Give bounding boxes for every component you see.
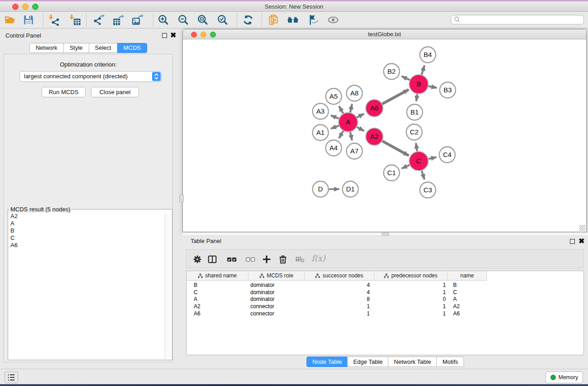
table-cell[interactable]: C — [186, 289, 249, 295]
table-row[interactable]: A6connector11A6 — [186, 310, 583, 317]
table-cell[interactable]: A2 — [448, 303, 487, 310]
node-C2[interactable]: C2 — [406, 124, 422, 140]
table-cell[interactable]: 1 — [305, 310, 374, 317]
node-A8[interactable]: A8 — [347, 86, 363, 101]
zoom-selected-icon[interactable] — [215, 13, 230, 27]
mcds-result-item[interactable]: A2 — [8, 213, 172, 220]
window-resize-grip[interactable] — [579, 225, 585, 231]
tab-edge-table[interactable]: Edge Table — [347, 357, 388, 367]
table-cell[interactable]: 4 — [305, 282, 374, 288]
table-row[interactable]: Cdominator41C — [186, 289, 583, 296]
close-traffic-light[interactable] — [191, 32, 197, 38]
table-cell[interactable]: B — [186, 282, 249, 288]
open-session-icon[interactable] — [3, 13, 17, 27]
table-cell[interactable]: 1 — [374, 289, 448, 295]
select-all-icon[interactable] — [226, 253, 238, 265]
close-panel-icon[interactable]: ✖ — [578, 238, 584, 244]
edge-A-A6[interactable] — [357, 114, 364, 117]
table-cell[interactable]: A6 — [448, 310, 487, 317]
home-icon[interactable] — [286, 13, 300, 27]
table-cell[interactable]: 1 — [374, 303, 448, 310]
task-history-button[interactable] — [5, 372, 18, 383]
close-traffic-light[interactable] — [12, 4, 19, 10]
edge-C-C3[interactable] — [422, 171, 425, 180]
table-cell[interactable]: 1 — [305, 303, 374, 310]
hide-graphics-details-icon[interactable] — [306, 13, 320, 27]
edge-A-A2[interactable] — [357, 127, 364, 131]
import-network-icon[interactable] — [47, 13, 62, 27]
table-row[interactable]: Bdominator41B — [186, 281, 583, 289]
column-header-MCDS-role[interactable]: MCDS role — [249, 271, 305, 281]
table-cell[interactable]: dominator — [249, 296, 305, 302]
table-cell[interactable]: 8 — [305, 296, 374, 302]
zoom-fit-icon[interactable] — [196, 13, 210, 27]
node-C3[interactable]: C3 — [420, 182, 436, 198]
run-mcds-button[interactable]: Run MCDS — [42, 87, 86, 97]
settings-gear-icon[interactable] — [191, 253, 203, 265]
float-panel-icon[interactable] — [162, 33, 167, 38]
tab-node-table[interactable]: Node Table — [306, 357, 348, 367]
edge-B-B2[interactable] — [402, 76, 410, 80]
save-session-icon[interactable] — [21, 13, 36, 27]
edge-A-A5[interactable] — [339, 106, 343, 113]
node-C4[interactable]: C4 — [440, 147, 455, 163]
node-B[interactable]: B — [409, 75, 428, 94]
function-builder-icon[interactable]: f(x) — [311, 253, 325, 263]
table-cell[interactable]: B — [448, 282, 487, 288]
edge-B-B3[interactable] — [429, 86, 437, 88]
tab-style[interactable]: Style — [63, 43, 89, 53]
delete-table-icon[interactable] — [294, 253, 306, 265]
column-header-successor-nodes[interactable]: successor nodes — [305, 271, 374, 281]
tab-mcds[interactable]: MCDS — [117, 43, 147, 53]
tab-network-table[interactable]: Network Table — [388, 357, 437, 367]
edge-B-B4[interactable] — [422, 65, 425, 75]
mcds-result-item[interactable]: A — [8, 220, 172, 227]
add-column-icon[interactable] — [261, 253, 272, 265]
edge-C-C4[interactable] — [429, 157, 437, 159]
tab-select[interactable]: Select — [89, 43, 118, 53]
show-graphics-details-icon[interactable] — [326, 13, 340, 27]
zoom-traffic-light[interactable] — [32, 4, 38, 10]
edge-B-B1[interactable] — [416, 94, 417, 101]
node-C1[interactable]: C1 — [384, 165, 400, 181]
edge-A2-C[interactable] — [382, 141, 409, 156]
edge-A-A7[interactable] — [350, 132, 352, 141]
table-cell[interactable]: dominator — [249, 282, 305, 288]
table-cell[interactable]: connector — [249, 310, 305, 317]
table-cell[interactable]: dominator — [249, 289, 305, 295]
close-panel-button[interactable]: Close panel — [91, 87, 139, 97]
toggle-panes-icon[interactable] — [206, 253, 218, 265]
node-A3[interactable]: A3 — [313, 104, 329, 119]
node-A1[interactable]: A1 — [313, 125, 329, 141]
mcds-result-item[interactable]: A6 — [8, 242, 172, 249]
column-header-shared-name[interactable]: shared name — [186, 271, 249, 281]
node-A6[interactable]: A6 — [366, 100, 383, 117]
edge-A6-B[interactable] — [382, 90, 409, 104]
node-B3[interactable]: B3 — [440, 82, 456, 98]
table-cell[interactable]: A — [186, 296, 249, 302]
tab-motifs[interactable]: Motifs — [436, 357, 464, 367]
minimize-traffic-light[interactable] — [22, 4, 29, 10]
table-cell[interactable]: A6 — [186, 310, 249, 317]
export-image-icon[interactable] — [130, 13, 145, 27]
minimize-traffic-light[interactable] — [201, 32, 206, 38]
optimization-criterion-select[interactable]: largest connected component (directed) — [19, 71, 162, 82]
network-canvas[interactable]: A5A8A3A1A4A7B2B4B3B1C2C4C1C3DD1A6A2ABC — [183, 39, 586, 232]
close-panel-icon[interactable]: ✖ — [170, 33, 176, 38]
zoom-traffic-light[interactable] — [210, 32, 216, 38]
export-table-icon[interactable] — [111, 13, 125, 27]
zoom-in-icon[interactable] — [156, 13, 171, 27]
memory-button[interactable]: Memory — [545, 372, 583, 383]
new-session-from-network-icon[interactable] — [267, 13, 281, 27]
edge-A-A4[interactable] — [339, 131, 343, 138]
table-cell[interactable]: 1 — [374, 310, 448, 317]
column-header-predecessor-nodes[interactable]: predecessor nodes — [374, 271, 448, 281]
mcds-result-item[interactable]: B — [8, 227, 172, 234]
float-panel-icon[interactable] — [570, 239, 575, 244]
table-cell[interactable]: A — [448, 296, 487, 302]
node-A4[interactable]: A4 — [326, 140, 342, 156]
node-D1[interactable]: D1 — [343, 181, 359, 197]
node-B2[interactable]: B2 — [384, 64, 400, 80]
node-D[interactable]: D — [313, 181, 329, 197]
node-A7[interactable]: A7 — [347, 143, 363, 159]
